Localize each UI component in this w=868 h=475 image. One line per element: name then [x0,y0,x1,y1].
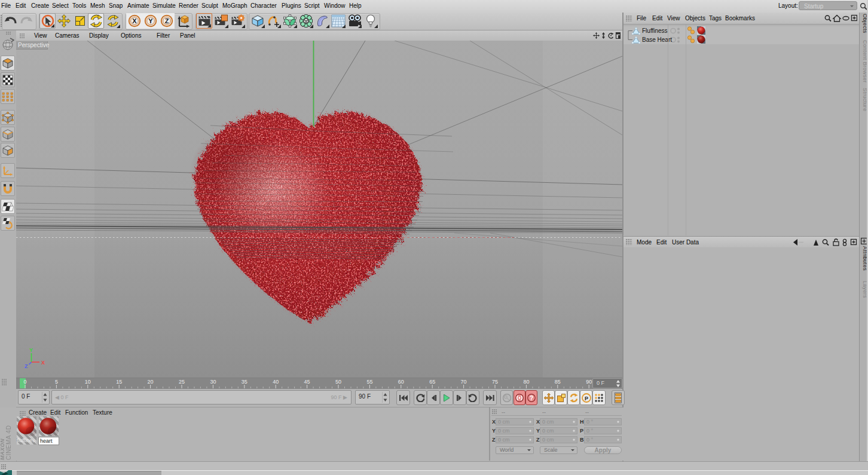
svg-text:90: 90 [586,379,592,385]
svg-text:Y: Y [29,347,33,353]
svg-text:0: 0 [23,379,26,385]
svg-text:65: 65 [429,379,435,385]
svg-text:15: 15 [116,379,122,385]
svg-text:?: ? [530,394,533,401]
svg-text:60: 60 [398,379,404,385]
svg-text:5: 5 [55,379,58,385]
svg-text:Z: Z [25,363,28,369]
svg-text:55: 55 [366,379,372,385]
svg-text:10: 10 [85,379,91,385]
svg-text:X: X [132,17,137,24]
svg-text:25: 25 [179,379,185,385]
svg-text:85: 85 [555,379,561,385]
svg-text:P: P [584,395,588,401]
svg-text:45: 45 [304,379,310,385]
svg-text:20: 20 [148,379,154,385]
svg-text:75: 75 [492,379,498,385]
svg-text:X: X [41,360,45,366]
svg-text:30: 30 [210,379,216,385]
svg-text:Z: Z [164,17,169,24]
svg-text:35: 35 [242,379,247,385]
svg-text:70: 70 [461,379,467,385]
svg-text:40: 40 [273,379,279,385]
svg-text:Y: Y [148,17,153,24]
svg-text:80: 80 [523,379,529,385]
svg-text:50: 50 [335,379,341,385]
